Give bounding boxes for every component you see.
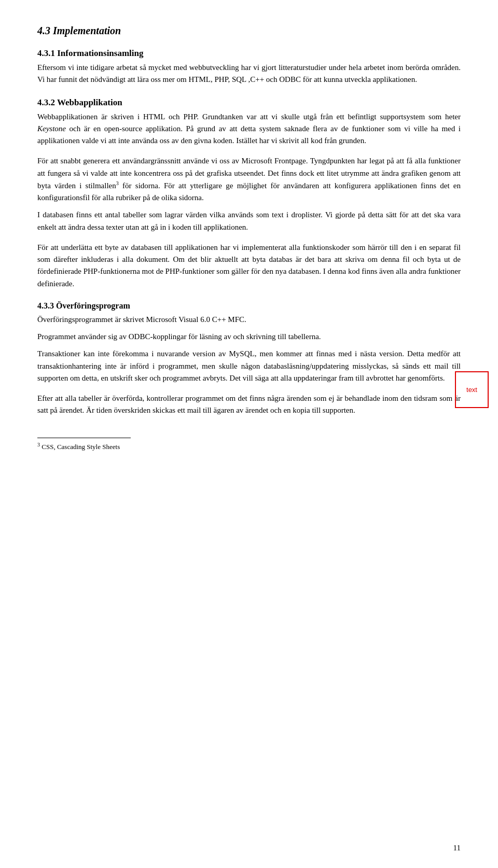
main-heading: 4.3 Implementation [37, 25, 461, 37]
footnote: 3 CSS, Cascading Style Sheets [37, 441, 461, 452]
annotation-label: text [466, 386, 477, 394]
paragraph-4-3-2-2: För att snabbt generera ett användargrän… [37, 155, 461, 204]
page-container: 4.3 Implementation 4.3.1 Informationsins… [0, 0, 498, 868]
heading-4-3-1: 4.3.1 Informationsinsamling [37, 48, 461, 59]
annotation-box: text [455, 371, 489, 408]
paragraph-4-3-3-4: Efter att alla tabeller är överförda, ko… [37, 393, 461, 417]
paragraph-4-3-2-3: I databasen finns ett antal tabeller som… [37, 209, 461, 233]
heading-4-3-2: 4.3.2 Webbapplikation [37, 97, 461, 108]
paragraph-4-3-2-1: Webbapplikationen är skriven i HTML och … [37, 111, 461, 147]
footnote-content: CSS, Cascading Style Sheets [42, 443, 120, 451]
footnote-divider [37, 438, 131, 438]
footnote-number: 3 [37, 442, 40, 447]
paragraph-4-3-3-2: Programmet använder sig av ODBC-koppling… [37, 331, 461, 343]
paragraph-4-3-3-3: Transaktioner kan inte förekomma i nuvar… [37, 348, 461, 384]
paragraph-4-3-3-1: Överföringsprogrammet är skrivet Microso… [37, 314, 461, 326]
heading-4-3-3: 4.3.3 Överföringsprogram [37, 301, 461, 311]
paragraph-4-3-1-1: Eftersom vi inte tidigare arbetat så myc… [37, 62, 461, 86]
page-number: 11 [453, 844, 461, 852]
paragraph-4-3-2-4: För att underlätta ett byte av databasen… [37, 242, 461, 290]
